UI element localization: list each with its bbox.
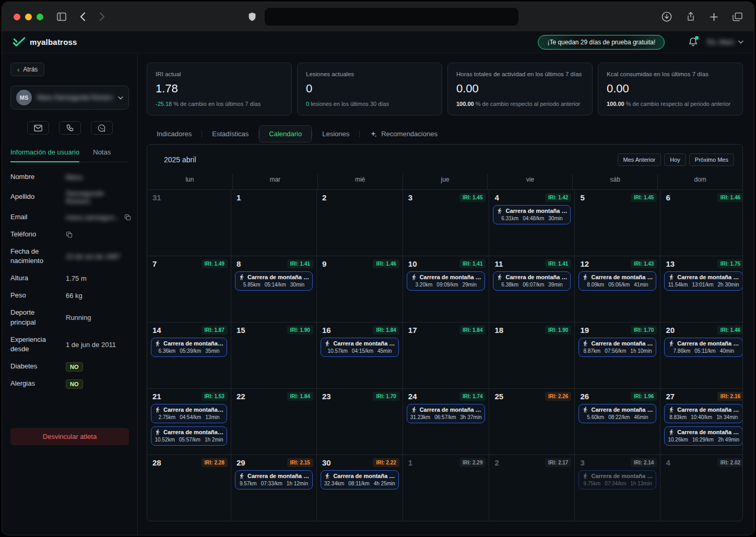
stat-label: Kcal consumidas en los últimos 7 días: [607, 71, 734, 77]
stat-sub-text: % de cambio respecto al periodo anterior: [624, 101, 731, 107]
calendar-day-cell[interactable]: 26IRI: 1.96Carrera de montaña …5.60km08:…: [574, 388, 660, 455]
user-menu[interactable]: Ro. Marc: [707, 38, 743, 46]
calendar-day-cell[interactable]: 19IRI: 1.70Carrera de montaña …8.87km07:…: [574, 322, 660, 388]
calendar-day-cell[interactable]: 10IRI: 1.41Carrera de montaña …3.20km09:…: [403, 256, 489, 322]
calendar-day-cell[interactable]: 27IRI: 2.16Carrera de montaña …8.83km10:…: [660, 388, 743, 455]
calendar-day-cell[interactable]: 2: [316, 189, 403, 256]
whatsapp-button[interactable]: [91, 121, 113, 135]
calendar-day-cell[interactable]: 28IRI: 2.28: [147, 455, 231, 521]
minimize-window-button[interactable]: [25, 14, 32, 20]
calendar-day-cell[interactable]: 22IRI: 1.84: [231, 388, 316, 455]
calendar-day-cell[interactable]: 7IRI: 1.49: [147, 256, 231, 322]
calendar-day-cell[interactable]: 30IRI: 2.22Carrera de montaña …32.34km08…: [316, 455, 403, 521]
calendar-day-cell[interactable]: 6IRI: 1.46: [660, 189, 743, 256]
event-chip[interactable]: Carrera de montaña …32.34km08:11/km4h 25…: [321, 470, 399, 490]
field-row-fecha-nacimiento: Fecha de nacimiento 10 de oct de 1987: [10, 243, 129, 270]
calendar-day-cell[interactable]: 14IRI: 1.87Carrera de montaña…6.36km05:3…: [147, 322, 231, 388]
event-chip[interactable]: Carrera de montaña…2.75km04:54/km13min: [151, 404, 227, 423]
calendar-day-cell[interactable]: 31: [147, 189, 231, 256]
event-chip[interactable]: Carrera de montaña…6.36km05:39/km35min: [151, 338, 227, 357]
athlete-selector[interactable]: MS Manu Sansegundo Romero: [10, 86, 129, 110]
runner-icon: [239, 274, 245, 280]
calendar-day-cell[interactable]: 21IRI: 1.53Carrera de montaña…2.75km04:5…: [147, 388, 231, 455]
event-chip[interactable]: Carrera de montaña …3.20km09:09/km29min: [407, 271, 486, 291]
phone-button[interactable]: [59, 121, 81, 135]
calendar-day-cell[interactable]: 4IRI: 2.02: [660, 455, 743, 521]
brand-logo[interactable]: myalbatross: [13, 37, 77, 47]
calendar-day-cell[interactable]: 24IRI: 1.74Carrera de montaña …31.23km06…: [403, 388, 489, 455]
calendar-day-cell[interactable]: 9IRI: 1.46: [316, 256, 403, 322]
calendar-day-cell[interactable]: 11IRI: 1.41Carrera de montaña …6.38km06:…: [489, 256, 574, 322]
field-label: Peso: [10, 291, 61, 301]
event-pace: 07:34/km: [605, 481, 626, 486]
copy-phone-icon[interactable]: [66, 231, 73, 238]
forward-icon[interactable]: [99, 12, 105, 21]
calendar-day-cell[interactable]: 15IRI: 1.90: [231, 322, 316, 388]
event-chip[interactable]: Carrera de montaña …7.86km05:11/km40min: [664, 338, 743, 357]
calendar-day-cell[interactable]: 23IRI: 1.70: [316, 388, 403, 455]
calendar-day-cell[interactable]: 1: [231, 189, 316, 256]
prev-month-button[interactable]: Mes Anterior: [618, 153, 662, 166]
tab-lesiones[interactable]: Lesiones: [312, 125, 359, 142]
calendar-day-cell[interactable]: 16IRI: 1.84Carrera de montaña …10.57km04…: [316, 322, 403, 388]
event-chip[interactable]: Carrera de montaña …8.09km05:06/km41min: [578, 271, 656, 291]
calendar-day-cell[interactable]: 8IRI: 1.41Carrera de montaña …5.85km05:1…: [231, 256, 316, 322]
tab-estadisticas[interactable]: Estadísticas: [202, 125, 258, 142]
calendar-day-cell[interactable]: 12IRI: 1.43Carrera de montaña …8.09km05:…: [574, 256, 660, 322]
event-chip[interactable]: Carrera de montaña…10.52km05:57/km1h 2mi…: [151, 426, 227, 446]
event-chip[interactable]: Carrera de montaña …5.60km08:22/km46min: [578, 404, 656, 423]
shield-icon[interactable]: [248, 12, 256, 21]
event-duration: 2h 49min: [718, 437, 739, 443]
calendar-day-cell[interactable]: 13IRI: 1.75Carrera de montaña …11.54km13…: [660, 256, 743, 322]
calendar-day-cell[interactable]: 4IRI: 1.42Carrera de montaña …6.31km04:4…: [489, 189, 574, 256]
calendar-day-cell[interactable]: 2IRI: 2.17: [489, 455, 574, 521]
sidebar-toggle-icon[interactable]: [57, 13, 66, 21]
event-chip[interactable]: Carrera de montaña …11.54km13:01/km2h 30…: [664, 271, 743, 291]
calendar-day-cell[interactable]: 5IRI: 1.45: [574, 189, 660, 256]
tab-indicadores[interactable]: Indicadores: [147, 125, 202, 142]
event-chip[interactable]: Carrera de montaña …9.75km07:34/km1h 13m…: [578, 470, 656, 490]
event-chip[interactable]: Carrera de montaña …10.57km04:15/km45min: [321, 338, 399, 357]
back-button[interactable]: ‹ Atrás: [10, 63, 44, 76]
zoom-window-button[interactable]: [37, 14, 43, 20]
event-chip[interactable]: Carrera de montaña …31.23km06:57/km3h 37…: [407, 404, 486, 423]
calendar-day-cell[interactable]: 18IRI: 1.90: [489, 322, 574, 388]
unlink-athlete-button[interactable]: Desvincular atleta: [10, 428, 129, 445]
tab-informacion-de-usuario[interactable]: Información de usuario: [10, 148, 79, 162]
close-window-button[interactable]: [14, 14, 20, 20]
calendar-day-cell[interactable]: 1IRI: 2.29: [403, 455, 489, 521]
back-icon[interactable]: [80, 12, 86, 21]
event-chip[interactable]: Carrera de montaña …8.87km07:56/km1h 10m…: [578, 338, 656, 357]
tab-calendario[interactable]: Calendario: [259, 125, 312, 142]
tab-recomendaciones[interactable]: Recomendaciones: [360, 125, 447, 142]
calendar-day-cell[interactable]: 17IRI: 1.84: [403, 322, 489, 388]
downloads-icon[interactable]: [662, 11, 672, 22]
tab-overview-icon[interactable]: [733, 13, 742, 21]
calendar-day-cell[interactable]: 3IRI: 2.14Carrera de montaña …9.75km07:3…: [574, 455, 660, 521]
alergias-badge: NO: [66, 379, 83, 389]
tab-notas[interactable]: Notas: [93, 148, 111, 162]
calendar-day-cell[interactable]: 20IRI: 1.46Carrera de montaña …7.86km05:…: [660, 322, 743, 388]
trial-badge[interactable]: ¡Te quedan 29 días de prueba gratuita!: [538, 35, 665, 50]
calendar-day-cell[interactable]: 29IRI: 2.15Carrera de montaña …9.57km07:…: [231, 455, 316, 521]
event-chip[interactable]: Carrera de montaña …6.31km04:48/km30min: [493, 205, 571, 224]
day-number: 24: [408, 392, 417, 401]
field-label: Nombre: [10, 172, 61, 182]
event-chip[interactable]: Carrera de montaña …9.57km07:33/km1h 12m…: [235, 470, 313, 490]
email-button[interactable]: [27, 121, 49, 135]
next-month-button[interactable]: Próximo Mes: [689, 153, 734, 166]
share-icon[interactable]: [686, 11, 695, 22]
event-chip[interactable]: Carrera de montaña …6.38km06:07/km39min: [493, 271, 571, 291]
copy-email-icon[interactable]: [124, 214, 131, 221]
calendar-header: 2025 abril Mes Anterior Hoy Próximo Mes: [147, 145, 742, 174]
event-chip[interactable]: Carrera de montaña …8.83km10:40/km1h 34m…: [664, 404, 743, 423]
new-tab-icon[interactable]: [710, 13, 718, 21]
event-chip[interactable]: Carrera de montaña …10.26km16:29/km2h 49…: [664, 426, 743, 446]
address-bar[interactable]: [265, 8, 518, 26]
event-chip[interactable]: Carrera de montaña …5.85km05:14/km30min: [235, 271, 313, 291]
calendar-day-cell[interactable]: 25IRI: 2.26: [489, 388, 574, 455]
iri-badge: IRI: 2.02: [717, 458, 743, 467]
today-button[interactable]: Hoy: [664, 153, 686, 166]
notifications-bell-icon[interactable]: [689, 37, 698, 47]
calendar-day-cell[interactable]: 3IRI: 1.45: [403, 189, 489, 256]
